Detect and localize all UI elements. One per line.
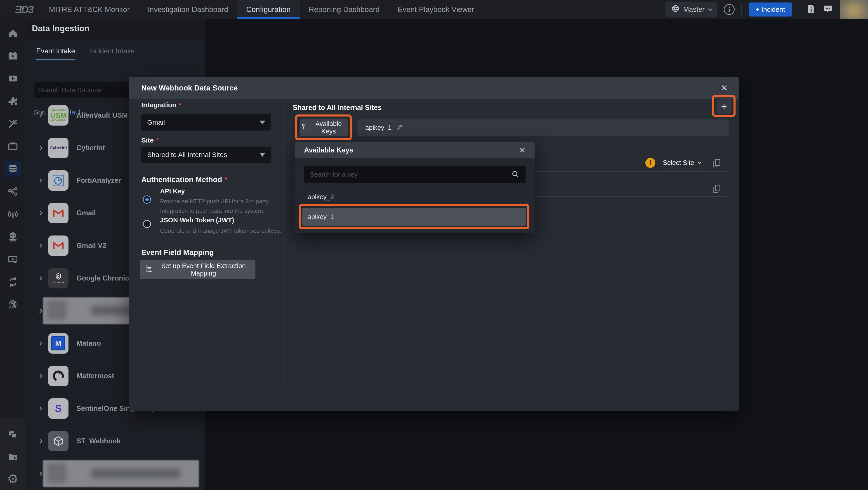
redacted-blur — [43, 460, 199, 487]
available-key-item-apikey-2[interactable]: apikey_2 — [302, 188, 526, 206]
avatar-blur — [840, 0, 868, 19]
integration-select[interactable]: Gmail — [141, 114, 271, 131]
chevron-right-icon[interactable] — [38, 341, 42, 346]
integration-name: Gmail — [76, 209, 96, 217]
puzzle-icon — [4, 93, 21, 110]
available-keys-button[interactable]: Available Keys — [300, 119, 348, 137]
left-icon-sidebar: ⚙ — [0, 19, 26, 490]
available-keys-popup: Available Keys ✕ apikey_2apikey_1 — [295, 142, 535, 233]
matano-logo: M — [48, 333, 68, 353]
modal-header: New Webhook Data Source ✕ — [129, 77, 739, 99]
jwt-option-title: JSON Web Token (JWT) — [160, 217, 234, 224]
nav-item-mitre-att-ck-monitor[interactable]: MITRE ATT&CK Monitor — [40, 0, 138, 19]
new-webhook-modal: New Webhook Data Source ✕ Integration* G… — [129, 77, 739, 411]
integration-row-redacted[interactable] — [26, 457, 205, 490]
site-scope-label: Master — [683, 5, 705, 13]
nav-item-event-playbook-viewer[interactable]: Event Playbook Viewer — [389, 0, 483, 19]
radio-api-key[interactable] — [143, 196, 151, 204]
site-select[interactable]: Shared to All Internal Sites — [141, 147, 271, 163]
board-icon — [4, 138, 21, 155]
site-scope-dropdown[interactable]: Master — [665, 2, 717, 18]
sidebar-item-windows[interactable] — [0, 424, 26, 446]
key-icon — [300, 123, 307, 132]
gmail-logo — [48, 235, 68, 256]
sidebar-item-home[interactable] — [0, 22, 26, 45]
integration-row-st-webhook[interactable]: ST_Webhook — [26, 425, 205, 457]
nav-item-investigation-dashboard[interactable]: Investigation Dashboard — [138, 0, 237, 19]
web-globe-icon — [4, 229, 21, 245]
selected-key-panel: apikey_1 ✎ — [357, 119, 729, 136]
divider — [799, 4, 799, 16]
sidebar-item-network[interactable] — [0, 180, 26, 203]
integration-name: CyberInt — [76, 144, 105, 152]
chevron-right-icon[interactable] — [38, 439, 42, 443]
chevron-right-icon[interactable] — [38, 374, 42, 378]
integration-label: Integration* — [141, 101, 181, 109]
sidebar-item-sync[interactable] — [0, 271, 26, 293]
fingerprint-icon — [4, 296, 21, 313]
sidebar-item-settings[interactable]: ⚙ — [0, 468, 26, 490]
chat-icon[interactable] — [823, 4, 833, 15]
setup-extraction-mapping-button[interactable]: Set up Event Field Extraction Mapping — [140, 260, 255, 279]
chevron-right-icon[interactable] — [38, 113, 42, 118]
close-icon[interactable]: ✕ — [721, 84, 728, 92]
selected-key-name: apikey_1 — [365, 124, 392, 132]
chevron-right-icon[interactable] — [38, 276, 42, 281]
jwt-option-desc: Generate and manage JWT token secret key… — [160, 226, 289, 235]
available-key-item-apikey-1[interactable]: apikey_1 — [302, 208, 526, 226]
sidebar-item-user-folder[interactable] — [0, 446, 26, 468]
nav-item-reporting-dashboard[interactable]: Reporting Dashboard — [300, 0, 389, 19]
user-avatar[interactable] — [840, 0, 868, 19]
api-key-option-desc: Provide an HTTP push API for a 3rd-party… — [160, 197, 289, 215]
chevron-right-icon[interactable] — [38, 211, 42, 215]
sidebar-item-web[interactable] — [0, 226, 26, 248]
sidebar-item-playbook-calendar[interactable] — [0, 45, 26, 67]
release-notes-icon[interactable] — [806, 4, 816, 15]
sidebar-item-board[interactable] — [0, 135, 26, 158]
sidebar-icon-list — [0, 19, 26, 316]
d3-logo: ƎD3 — [15, 3, 33, 16]
event-field-mapping-label: Event Field Mapping — [141, 248, 214, 257]
setup-extraction-mapping-label: Set up Event Field Extraction Mapping — [157, 262, 250, 277]
chevron-right-icon[interactable] — [38, 243, 42, 248]
site-select-value: Shared to All Internal Sites — [147, 151, 227, 158]
sidebar-item-broadcast[interactable] — [0, 203, 26, 226]
chevron-down-icon — [698, 161, 702, 164]
new-incident-button[interactable]: + Incident — [749, 2, 792, 17]
copy-url-icon[interactable] — [711, 183, 722, 195]
caret-down-icon — [259, 153, 266, 157]
sidebar-item-integrations[interactable] — [0, 90, 26, 112]
top-nav: ƎD3 MITRE ATT&CK MonitorInvestigation Da… — [0, 0, 868, 19]
primary-nav: MITRE ATT&CK MonitorInvestigation Dashbo… — [40, 0, 483, 19]
sidebar-item-incident-report[interactable] — [0, 248, 26, 271]
add-key-button[interactable]: + — [717, 99, 732, 114]
key-search-input[interactable] — [310, 171, 511, 178]
info-icon[interactable]: i — [724, 4, 735, 15]
sidebar-item-utilities[interactable] — [0, 112, 26, 135]
close-icon[interactable]: ✕ — [519, 146, 526, 154]
chevron-right-icon[interactable] — [38, 146, 42, 150]
select-site-dropdown[interactable]: Select Site — [659, 155, 704, 170]
modal-title: New Webhook Data Source — [141, 84, 238, 92]
chevron-right-icon[interactable] — [38, 471, 42, 476]
copy-url-icon[interactable] — [711, 158, 722, 169]
edit-key-icon[interactable]: ✎ — [397, 123, 403, 132]
chevron-right-icon[interactable] — [38, 309, 42, 313]
api-key-option-title: API Key — [160, 188, 185, 195]
sidebar-item-video-playbook[interactable] — [0, 67, 26, 90]
globe-icon — [671, 4, 680, 15]
chevron-right-icon[interactable] — [38, 178, 42, 183]
user-folder-icon — [4, 449, 21, 465]
nav-item-configuration[interactable]: Configuration — [237, 0, 300, 19]
mattermost-logo — [48, 366, 68, 386]
integration-select-value: Gmail — [147, 119, 165, 126]
app-root: ƎD3 MITRE ATT&CK MonitorInvestigation Da… — [0, 0, 868, 490]
available-keys-button-label: Available Keys — [309, 120, 348, 135]
chevron-right-icon[interactable] — [38, 406, 42, 411]
sidebar-item-fingerprint[interactable] — [0, 293, 26, 316]
select-site-label: Select Site — [663, 159, 694, 167]
radio-jwt[interactable] — [143, 220, 151, 228]
network-nodes-icon — [4, 183, 21, 200]
cyberint-logo: Cyberint — [48, 138, 68, 158]
sidebar-item-data-ingestion[interactable] — [0, 158, 26, 180]
